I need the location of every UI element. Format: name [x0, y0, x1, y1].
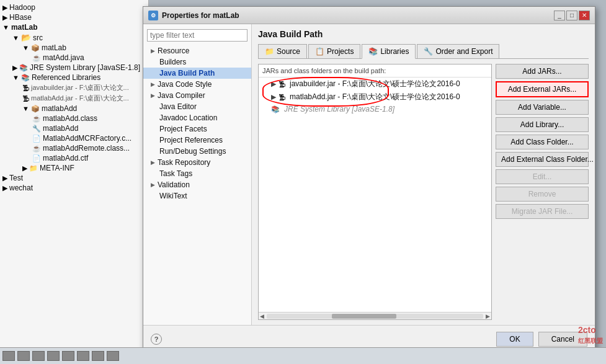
tab-projects[interactable]: 📋 Projects — [308, 44, 360, 58]
nav-item-java-code-style[interactable]: ▶ Java Code Style — [143, 79, 251, 90]
list-item-matlabadd[interactable]: ▶ 🗜 matlabAdd.jar - F:\桌面\大论文\硕士学位论文2016… — [259, 91, 491, 104]
nav-item-java-editor[interactable]: Java Editor — [143, 101, 251, 112]
tab-libraries[interactable]: 📚 Libraries — [362, 44, 416, 59]
nav-item-resource[interactable]: ▶ Resource — [143, 45, 251, 56]
properties-dialog: ⚙ Properties for matLab _ □ ✕ ▶ Resource… — [143, 6, 595, 353]
chevron-right-icon: ▶ — [151, 92, 155, 99]
dialog-title-section: ⚙ Properties for matLab — [148, 11, 239, 20]
chevron-right-icon: ▶ — [151, 182, 155, 188]
project-tree: ▶ Hadoop ▶ HBase ▼ matLab ▼ 📂 src ▼ 📦 ma… — [0, 0, 149, 347]
tab-source[interactable]: 📁 Source — [258, 44, 307, 58]
nav-item-run-debug[interactable]: Run/Debug Settings — [143, 146, 251, 157]
nav-item-javadoc[interactable]: Javadoc Location — [143, 112, 251, 123]
expand-arrow-icon: ▶ — [271, 93, 276, 101]
taskbar-item[interactable] — [107, 351, 119, 361]
folder-open-icon: ▼ — [12, 74, 19, 81]
taskbar-item[interactable] — [2, 351, 15, 361]
list-item-jre[interactable]: 📚 JRE System Library [JavaSE-1.8] — [259, 104, 491, 115]
tree-item-src[interactable]: ▼ 📂 src — [0, 32, 148, 43]
tree-item-matlabadd-class[interactable]: ☕ matlabAdd.class — [0, 113, 148, 123]
tree-item-test[interactable]: ▶ Test — [0, 173, 148, 183]
taskbar-item[interactable] — [92, 351, 104, 361]
migrate-jar-button[interactable]: Migrate JAR File... — [496, 204, 589, 219]
expand-arrow-icon: ▶ — [271, 80, 276, 88]
nav-search-input[interactable] — [147, 29, 247, 42]
titlebar-buttons: _ □ ✕ — [554, 11, 590, 20]
add-external-class-folder-button[interactable]: Add External Class Folder... — [496, 152, 589, 167]
nav-item-java-build-path[interactable]: Java Build Path — [143, 68, 251, 79]
add-class-folder-button[interactable]: Add Class Folder... — [496, 135, 589, 149]
nav-item-project-facets[interactable]: Project Facets — [143, 123, 251, 135]
tabs: 📁 Source 📋 Projects 📚 Libraries 🔧 Order … — [258, 44, 589, 59]
nav-item-builders[interactable]: Builders — [143, 56, 251, 68]
add-library-button[interactable]: Add Library... — [496, 117, 589, 132]
dialog-title: Properties for matLab — [162, 11, 239, 20]
tree-item-hbase[interactable]: ▶ HBase — [0, 12, 148, 22]
watermark: 2cto 红黑联盟 — [578, 325, 603, 345]
projects-icon: 📋 — [315, 47, 324, 56]
minimize-button[interactable]: _ — [554, 11, 565, 20]
nav-item-java-compiler[interactable]: ▶ Java Compiler — [143, 90, 251, 101]
folder-icon: ▶ — [2, 4, 7, 12]
chevron-right-icon: ▶ — [151, 159, 155, 166]
taskbar-item[interactable] — [77, 351, 89, 361]
tree-item-wechat[interactable]: ▶ wechat — [0, 183, 148, 193]
folder-open-icon: ▼ — [12, 34, 19, 42]
tree-item-matlab-pkg[interactable]: ▼ 📦 matLab — [0, 43, 148, 53]
add-external-jars-button[interactable]: Add External JARs... — [496, 81, 589, 97]
buttons-panel: Add JARs... Add External JARs... Add Var… — [496, 64, 589, 320]
chevron-right-icon: ▶ — [151, 81, 155, 87]
taskbar-item[interactable] — [62, 351, 74, 361]
folder-open-icon: ▼ — [2, 24, 9, 31]
edit-button[interactable]: Edit... — [496, 169, 589, 184]
add-jars-button[interactable]: Add JARs... — [496, 64, 589, 79]
tree-item-matlab[interactable]: ▼ matLab — [0, 22, 148, 32]
maximize-button[interactable]: □ — [566, 11, 577, 20]
tree-item-matlabadd-pkg[interactable]: ▼ 📦 matlabAdd — [0, 104, 148, 113]
tree-item-jre[interactable]: ▶ 📚 JRE System Library [JavaSE-1.8] — [0, 63, 148, 73]
tree-item-metainf[interactable]: ▶ 📁 META-INF — [0, 163, 148, 173]
nav-panel: ▶ Resource Builders Java Build Path ▶ Ja… — [143, 24, 252, 325]
folder-icon: ▶ — [22, 164, 27, 172]
taskbar-item[interactable] — [47, 351, 60, 361]
list-description: JARs and class folders on the build path… — [259, 64, 491, 78]
nav-item-validation[interactable]: ▶ Validation — [143, 179, 251, 190]
order-icon: 🔧 — [424, 47, 433, 56]
remove-button[interactable]: Remove — [496, 187, 589, 202]
dialog-titlebar: ⚙ Properties for matLab _ □ ✕ — [143, 7, 595, 24]
taskbar-item[interactable] — [32, 351, 45, 361]
add-variable-button[interactable]: Add Variable... — [496, 100, 589, 115]
tree-item-matlabadd[interactable]: 🔧 matlabAdd — [0, 123, 148, 133]
nav-item-wikitext[interactable]: WikiText — [143, 190, 251, 202]
taskbar-item[interactable] — [17, 351, 30, 361]
close-button[interactable]: ✕ — [579, 11, 590, 20]
jars-list-panel: JARs and class folders on the build path… — [258, 64, 492, 320]
folder-icon: ▶ — [2, 174, 7, 182]
folder-open-icon: ▼ — [22, 44, 29, 51]
content-title: Java Build Path — [258, 29, 589, 39]
tab-order-export[interactable]: 🔧 Order and Export — [417, 44, 499, 58]
dialog-body: ▶ Resource Builders Java Build Path ▶ Ja… — [143, 24, 595, 325]
ok-button[interactable]: OK — [496, 332, 533, 347]
tree-item-matadd-java[interactable]: ☕ matAdd.java — [0, 53, 148, 63]
content-area: JARs and class folders on the build path… — [258, 64, 589, 320]
nav-item-task-tags[interactable]: Task Tags — [143, 168, 251, 179]
tree-item-referenced-libs[interactable]: ▼ 📚 Referenced Libraries — [0, 73, 148, 82]
source-icon: 📁 — [265, 47, 274, 56]
tree-item-remote-class[interactable]: ☕ matlabAddRemote.class... — [0, 143, 148, 153]
tree-item-javabuilder-jar[interactable]: 🗜 javabuilder.jar - F:\桌面\大论文... — [0, 82, 148, 93]
libraries-icon: 📚 — [368, 47, 378, 56]
taskbar — [0, 347, 606, 364]
nav-item-task-repository[interactable]: ▶ Task Repository — [143, 157, 251, 168]
tree-item-hadoop[interactable]: ▶ Hadoop — [0, 2, 148, 12]
footer-left: ? — [151, 334, 162, 345]
chevron-right-icon: ▶ — [151, 48, 155, 54]
folder-icon: ▶ — [2, 184, 7, 192]
tree-item-mcr-factory[interactable]: 📄 MatlabAddMCRFactory.c... — [0, 133, 148, 143]
nav-item-project-references[interactable]: Project References — [143, 135, 251, 146]
list-item-javabuilder[interactable]: ▶ 🗜 javabuilder.jar - F:\桌面\大论文\硕士学位论文20… — [259, 78, 491, 91]
tree-item-ctf[interactable]: 📄 matlabAdd.ctf — [0, 153, 148, 163]
help-button[interactable]: ? — [151, 334, 162, 345]
tree-item-matlabadd-jar[interactable]: 🗜 matlabAdd.jar - F:\桌面\大论文... — [0, 93, 148, 104]
folder-icon: ▶ — [2, 14, 7, 22]
